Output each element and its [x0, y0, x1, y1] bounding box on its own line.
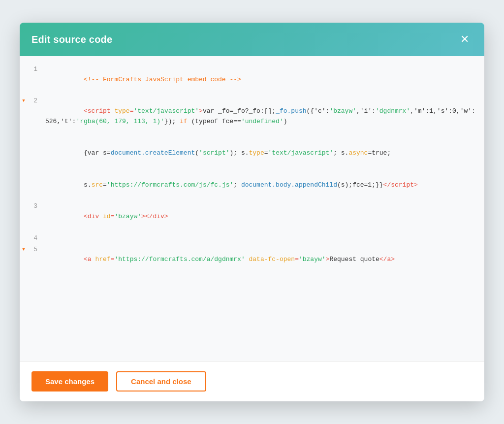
line-content-2: <script type='text/javascript'>var _fo=_…: [45, 96, 484, 137]
line-number-5: 5: [28, 245, 45, 255]
line-arrow-1: [20, 65, 28, 65]
line-number-4: 4: [28, 233, 45, 244]
modal-backdrop: Edit source code ✕ 1 <!-- FormCrafts Jav…: [0, 0, 504, 424]
line-number-3: 3: [28, 201, 45, 212]
line-content-2c: s.src='https://formcrafts.com/js/fc.js';…: [45, 170, 484, 200]
code-comment: <!-- FormCrafts JavaScript embed code --…: [84, 76, 241, 83]
line-arrow-2: ▼: [20, 96, 28, 105]
cancel-button[interactable]: Cancel and close: [116, 371, 206, 391]
code-line-2c: s.src='https://formcrafts.com/js/fc.js';…: [20, 169, 484, 201]
code-line-5: ▼ 5 <a href='https://formcrafts.com/a/dg…: [20, 244, 484, 276]
close-button[interactable]: ✕: [457, 32, 472, 47]
code-line-1: 1 <!-- FormCrafts JavaScript embed code …: [20, 64, 484, 96]
code-editor[interactable]: 1 <!-- FormCrafts JavaScript embed code …: [20, 56, 484, 361]
line-content-5: <a href='https://formcrafts.com/a/dgdnmr…: [45, 245, 484, 275]
line-content-4: [45, 233, 484, 244]
line-number-1: 1: [28, 65, 45, 75]
line-content-1: <!-- FormCrafts JavaScript embed code --…: [45, 65, 484, 95]
modal: Edit source code ✕ 1 <!-- FormCrafts Jav…: [20, 23, 484, 401]
save-button[interactable]: Save changes: [32, 371, 108, 391]
code-line-2: ▼ 2 <script type='text/javascript'>var _…: [20, 96, 484, 137]
code-line-3: 3 <div id='bzayw'></div>: [20, 201, 484, 232]
line-arrow-2c: [20, 170, 28, 171]
modal-title: Edit source code: [32, 34, 112, 45]
code-line-2b: {var s=document.createElement('script');…: [20, 138, 484, 169]
line-arrow-3: [20, 201, 28, 202]
line-arrow-2b: [20, 138, 28, 139]
line-content-3: <div id='bzayw'></div>: [45, 201, 484, 232]
modal-footer: Save changes Cancel and close: [20, 361, 484, 401]
line-arrow-4: [20, 233, 28, 234]
modal-header: Edit source code ✕: [20, 23, 484, 56]
line-content-2b: {var s=document.createElement('script');…: [45, 138, 484, 169]
code-line-4: 4: [20, 233, 484, 244]
line-number-2: 2: [28, 96, 45, 106]
line-arrow-5: ▼: [20, 245, 28, 254]
